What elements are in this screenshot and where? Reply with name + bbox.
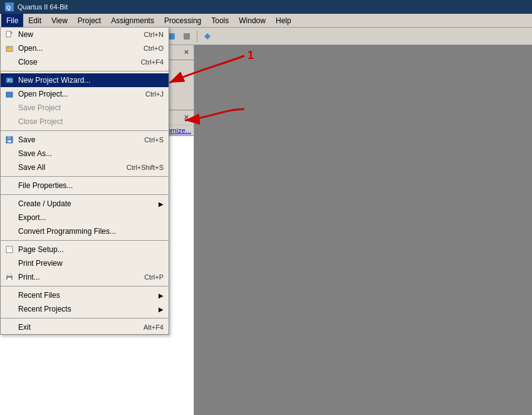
svg-rect-40 (6, 246, 13, 253)
recent-projects-arrow: ▶ (159, 306, 164, 313)
svg-rect-43 (8, 278, 11, 280)
file-dropdown-menu: New Ctrl+N Open... Ctrl+O Close Ctrl+F4 … (0, 28, 169, 335)
title-text: Quartus II 64-Bit (18, 3, 68, 11)
toolbar-btn-10[interactable] (201, 29, 214, 43)
menu-item-save-project[interactable]: Save Project (1, 101, 169, 115)
menu-close-label: Close (18, 58, 38, 66)
menu-convert-label: Convert Programming Files... (18, 227, 116, 236)
menu-new-shortcut: Ctrl+N (144, 31, 164, 38)
menu-file[interactable]: File (1, 14, 23, 27)
menu-bar: File Edit View Project Assignments Proce… (0, 14, 532, 28)
svg-marker-31 (11, 31, 13, 33)
menu-tools[interactable]: Tools (206, 14, 234, 27)
svg-rect-15 (184, 33, 190, 39)
menu-create-update-label: Create / Update (18, 199, 71, 208)
menu-new-label: New (18, 30, 33, 39)
menu-file-props-label: File Properties... (18, 181, 73, 190)
menu-item-new[interactable]: New Ctrl+N (1, 28, 169, 41)
sep-5 (1, 240, 169, 241)
menu-item-save[interactable]: Save Ctrl+S (1, 133, 169, 147)
menu-view[interactable]: View (46, 14, 73, 27)
menu-page-setup-label: Page Setup... (18, 245, 64, 254)
menu-processing[interactable]: Processing (159, 14, 206, 27)
page-setup-icon (4, 244, 14, 255)
menu-assignments[interactable]: Assignments (106, 14, 159, 27)
menu-open-shortcut: Ctrl+O (143, 45, 164, 52)
svg-rect-39 (8, 140, 11, 142)
svg-marker-16 (204, 33, 211, 39)
menu-item-open[interactable]: Open... Ctrl+O (1, 41, 169, 55)
menu-item-open-project[interactable]: Open Project... Ctrl+J (1, 87, 169, 101)
menu-save-as-label: Save As... (18, 149, 52, 158)
menu-print-shortcut: Ctrl+P (144, 273, 164, 281)
svg-text:Q: Q (6, 4, 11, 11)
menu-save-label: Save (18, 135, 35, 144)
create-update-arrow: ▶ (159, 201, 164, 208)
menu-item-close[interactable]: Close Ctrl+F4 (1, 55, 169, 69)
menu-project[interactable]: Project (73, 14, 106, 27)
svg-rect-44 (8, 274, 11, 276)
menu-item-exit[interactable]: Exit Alt+F4 (1, 320, 169, 334)
menu-exit-label: Exit (18, 323, 31, 332)
menu-open-project-shortcut: Ctrl+J (145, 90, 164, 98)
menu-item-create-update[interactable]: Create / Update ▶ (1, 197, 169, 211)
open-icon (4, 43, 14, 53)
sep-4 (1, 194, 169, 195)
open-project-icon (4, 89, 14, 99)
panel2-close-btn[interactable]: ✕ (181, 113, 191, 123)
menu-save-project-label: Save Project (18, 103, 61, 112)
menu-new-project-label: New Project Wizard... (18, 76, 90, 85)
toolbar-btn-9[interactable] (180, 29, 194, 43)
save-icon (4, 135, 14, 145)
menu-edit[interactable]: Edit (23, 14, 46, 27)
menu-item-recent-files[interactable]: Recent Files ▶ (1, 288, 169, 302)
menu-item-save-all[interactable]: Save All Ctrl+Shift+S (1, 160, 169, 174)
svg-rect-36 (6, 92, 13, 97)
menu-recent-projects-label: Recent Projects (18, 305, 71, 313)
svg-rect-32 (6, 46, 13, 51)
right-area (194, 45, 532, 415)
sep-1 (1, 71, 169, 71)
sep-6 (1, 286, 169, 286)
menu-item-print-preview[interactable]: Print Preview (1, 256, 169, 270)
menu-item-file-properties[interactable]: File Properties... (1, 179, 169, 192)
menu-item-close-project[interactable]: Close Project (1, 115, 169, 129)
sep-7 (1, 318, 169, 318)
toolbar-sep-2 (197, 31, 197, 42)
menu-save-all-shortcut: Ctrl+Shift+S (127, 164, 164, 171)
sep-3 (1, 176, 169, 177)
print-icon (4, 272, 14, 282)
menu-item-convert-programming[interactable]: Convert Programming Files... (1, 224, 169, 238)
menu-open-project-label: Open Project... (18, 90, 68, 98)
title-bar: Q Quartus II 64-Bit (0, 0, 532, 14)
menu-window[interactable]: Window (234, 14, 271, 27)
menu-item-export[interactable]: Export... (1, 211, 169, 224)
menu-recent-files-label: Recent Files (18, 291, 60, 300)
svg-rect-38 (8, 137, 11, 139)
menu-item-page-setup[interactable]: Page Setup... (1, 243, 169, 256)
menu-help[interactable]: Help (271, 14, 296, 27)
svg-rect-30 (6, 31, 11, 37)
menu-item-recent-projects[interactable]: Recent Projects ▶ (1, 302, 169, 316)
new-icon (4, 29, 14, 39)
svg-rect-33 (6, 48, 10, 48)
menu-item-save-as[interactable]: Save As... (1, 147, 169, 160)
svg-rect-14 (169, 33, 175, 39)
menu-save-all-label: Save All (18, 163, 45, 172)
svg-text:PJ: PJ (8, 78, 13, 83)
panel-close-btn[interactable]: ✕ (181, 48, 191, 58)
menu-save-shortcut: Ctrl+S (144, 136, 164, 144)
menu-item-print[interactable]: Print... Ctrl+P (1, 270, 169, 284)
menu-item-new-project-wizard[interactable]: PJ New Project Wizard... (1, 73, 169, 87)
menu-print-label: Print... (18, 273, 40, 281)
menu-open-label: Open... (18, 44, 43, 53)
menu-export-label: Export... (18, 213, 46, 222)
recent-files-arrow: ▶ (159, 292, 164, 299)
menu-exit-shortcut: Alt+F4 (143, 323, 164, 331)
new-project-icon: PJ (4, 75, 14, 85)
app-icon: Q (5, 3, 14, 11)
menu-close-shortcut: Ctrl+F4 (141, 58, 164, 66)
menu-close-project-label: Close Project (18, 117, 63, 126)
menu-print-preview-label: Print Preview (18, 259, 63, 268)
sep-2 (1, 130, 169, 131)
